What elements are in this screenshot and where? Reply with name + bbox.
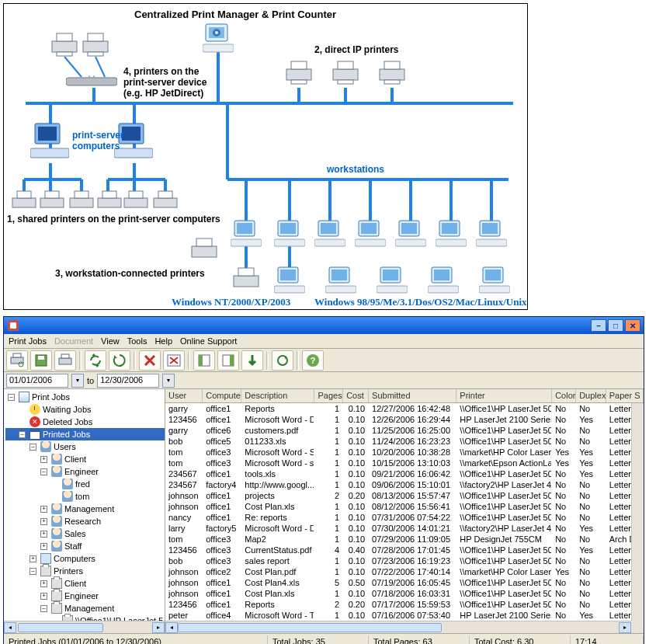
grid-body[interactable]: garryoffice1Reports10.1012/27/2006 16:42… — [165, 403, 644, 633]
tree-user-fred[interactable]: fred — [5, 478, 165, 490]
tree-usergroup-sales[interactable]: +Sales — [5, 527, 165, 540]
tree-usergroup-client[interactable]: +Client — [5, 453, 165, 465]
date-to-input[interactable]: 12/30/2006 — [97, 374, 159, 388]
tree-computers[interactable]: +Computers — [5, 552, 165, 565]
table-row[interactable]: peteroffice4Microsoft Word - T...10.1007… — [165, 610, 644, 621]
table-row[interactable]: 234567office1tools.xls10.1009/21/2006 16… — [165, 468, 644, 479]
scroll-thumb[interactable] — [178, 623, 442, 632]
cell: 07/29/2006 11:09:05 — [369, 534, 456, 544]
table-row[interactable]: johnsonoffice1projects20.2008/13/2006 15… — [165, 490, 644, 501]
delete-record-button[interactable] — [163, 350, 185, 371]
tree-hscroll[interactable]: ◂ ▸ — [4, 621, 165, 633]
table-row[interactable]: johnsonoffice1Cost Plan.xls10.1008/12/20… — [165, 501, 644, 512]
tree-usergroup-research[interactable]: +Research — [5, 515, 165, 527]
delete-button[interactable] — [139, 350, 161, 371]
print-button[interactable] — [54, 350, 76, 371]
refresh-sync-button[interactable] — [85, 350, 106, 371]
workstation-icon — [274, 266, 305, 294]
col-description[interactable]: Description — [241, 389, 314, 402]
grid-vscroll[interactable] — [631, 403, 644, 621]
col-submitted[interactable]: Submitted — [369, 389, 456, 402]
tree-usergroup-management[interactable]: +Management — [5, 503, 165, 515]
date-from-input[interactable]: 01/01/2006 — [6, 374, 68, 388]
cell: Yes — [576, 447, 606, 457]
col-cost[interactable]: Cost — [343, 389, 369, 402]
tree-usergroup-engineer[interactable]: –Engineer — [5, 465, 165, 478]
table-row[interactable]: johnsonoffice1Cost Plan.xls10.1007/18/20… — [165, 588, 644, 599]
col-color[interactable]: Color — [552, 389, 576, 402]
column-left-button[interactable] — [193, 350, 215, 371]
help-button[interactable]: ? — [302, 350, 324, 371]
table-row[interactable]: tomoffice3Map210.1007/29/2006 11:09:05HP… — [165, 534, 644, 545]
table-row[interactable]: 123456office3CurrentStatus.pdf40.4007/28… — [165, 545, 644, 555]
table-row[interactable]: 123456office1Microsoft Word - D...10.101… — [165, 414, 644, 425]
scroll-left-icon[interactable]: ◂ — [165, 622, 178, 633]
table-row[interactable]: tomoffice3Microsoft Word - S...10.1010/2… — [165, 447, 644, 458]
table-row[interactable]: boboffice5011233.xls10.1011/24/2006 16:2… — [165, 436, 644, 447]
col-pages[interactable]: Pages — [314, 389, 343, 402]
column-right-button[interactable] — [217, 350, 239, 371]
cell: office4 — [203, 611, 241, 620]
table-row[interactable]: 234567factory4http://www.googl...10.1009… — [165, 479, 644, 490]
table-row[interactable]: garryoffice6customers.pdf10.1011/25/2006… — [165, 425, 644, 436]
col-printer[interactable]: Printer — [456, 389, 552, 402]
cell: \\Office1\HP LaserJet 5000 ... — [456, 513, 552, 522]
cell: No — [552, 491, 576, 500]
refresh-button[interactable] — [109, 350, 130, 371]
scroll-corner — [631, 621, 644, 633]
move-down-button[interactable] — [241, 350, 263, 371]
tree-prgroup-engineer[interactable]: +Engineer — [5, 590, 165, 602]
tree-waiting[interactable]: Waiting Jobs — [5, 403, 165, 416]
date-from-dropdown[interactable]: ▾ — [71, 374, 84, 388]
table-row[interactable]: 123456office1Reports20.2007/17/2006 15:5… — [165, 599, 644, 610]
table-row[interactable]: johnsonoffice2Cost Plan.pdf10.1007/22/20… — [165, 566, 644, 577]
minimize-button[interactable]: – — [591, 319, 606, 332]
scroll-thumb[interactable] — [18, 623, 103, 632]
grid-hscroll[interactable]: ◂ ▸ — [165, 621, 631, 633]
cell: 0.20 — [343, 600, 369, 609]
menu-view[interactable]: View — [101, 336, 120, 346]
menubar: Print JobsDocumentViewToolsHelpOnline Su… — [4, 334, 644, 349]
cell: office3 — [203, 534, 241, 544]
scroll-right-icon[interactable]: ▸ — [152, 622, 165, 633]
date-to-dropdown[interactable]: ▾ — [162, 374, 175, 388]
tree-printed[interactable]: –Printed Jobs — [5, 428, 165, 440]
tree-deleted[interactable]: ✕Deleted Jobs — [5, 416, 165, 428]
table-row[interactable]: larryfactory5Microsoft Word - D...10.100… — [165, 523, 644, 534]
scroll-left-icon[interactable]: ◂ — [4, 622, 16, 633]
col-computer[interactable]: Computer — [203, 389, 241, 402]
scroll-right-icon[interactable]: ▸ — [619, 622, 631, 633]
table-row[interactable]: boboffice3sales report10.1007/23/2006 16… — [165, 555, 644, 566]
reload-button[interactable] — [272, 350, 293, 371]
col-user[interactable]: User — [165, 389, 203, 402]
grid-header[interactable]: UserComputerDescriptionPagesCostSubmitte… — [165, 389, 644, 403]
print-preview-button[interactable] — [6, 350, 28, 371]
cell: No — [552, 513, 576, 522]
table-row[interactable]: nancyoffice1Re: reports10.1007/31/2006 0… — [165, 512, 644, 523]
cell: 10/20/2006 10:38:28 — [369, 447, 456, 457]
tree-usergroup-staff[interactable]: +Staff — [5, 540, 165, 552]
svg-rect-112 — [11, 357, 23, 364]
svg-rect-53 — [384, 80, 400, 84]
maximize-button[interactable]: □ — [608, 319, 623, 332]
tree-root[interactable]: –Print Jobs — [5, 391, 165, 403]
menu-online-support[interactable]: Online Support — [180, 336, 237, 346]
table-row[interactable]: garryoffice1Reports10.1012/27/2006 16:42… — [165, 403, 644, 414]
menu-tools[interactable]: Tools — [127, 336, 148, 346]
tree-user-tom[interactable]: tom — [5, 490, 165, 503]
col-duplex[interactable]: Duplex — [576, 389, 606, 402]
tree-prgroup-client[interactable]: +Client — [5, 577, 165, 590]
tree-prgroup-management[interactable]: –Management — [5, 602, 165, 614]
menu-print-jobs[interactable]: Print Jobs — [9, 336, 47, 346]
save-button[interactable] — [30, 350, 52, 371]
table-row[interactable]: tomoffice3Microsoft Word - s...10.1010/1… — [165, 458, 644, 468]
tree-users[interactable]: –Users — [5, 440, 165, 453]
tree-printers[interactable]: –Printers — [5, 565, 165, 577]
col-paper-s[interactable]: Paper S — [606, 389, 644, 402]
menu-help[interactable]: Help — [154, 336, 172, 346]
table-row[interactable]: johnsonoffice1Cost Plan4.xls50.5007/19/2… — [165, 577, 644, 588]
close-button[interactable]: ✕ — [625, 319, 640, 332]
cell: No — [552, 437, 576, 446]
titlebar[interactable]: – □ ✕ — [4, 317, 644, 334]
workstation-icon — [274, 220, 305, 248]
